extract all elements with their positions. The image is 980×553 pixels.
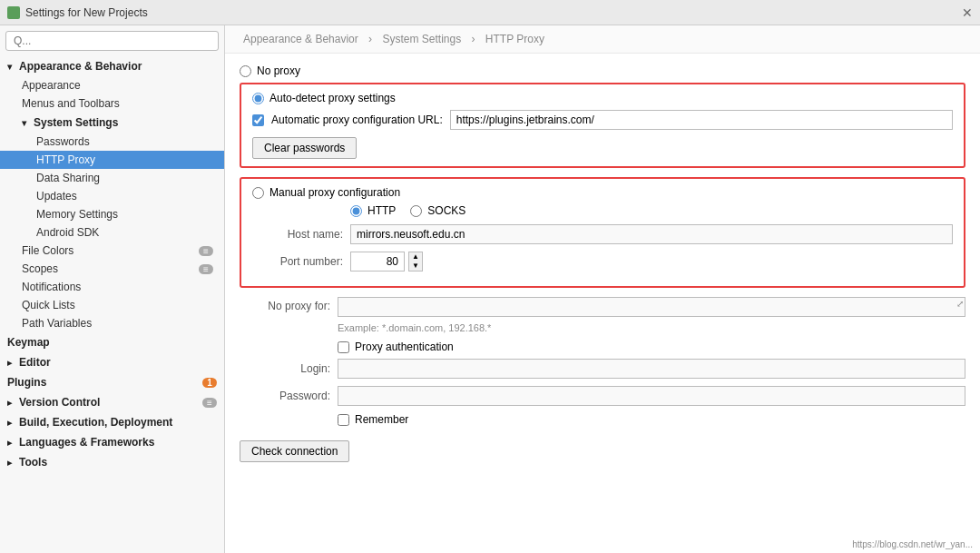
- scopes-badge: ≡: [199, 264, 213, 274]
- no-proxy-label: No proxy: [257, 64, 300, 77]
- sidebar-label: Languages & Frameworks: [19, 436, 154, 449]
- auto-detect-radio[interactable]: [252, 93, 264, 104]
- http-socks-row: HTTP SOCKS: [350, 204, 953, 217]
- socks-radio-row: SOCKS: [410, 204, 466, 217]
- sidebar-label: Version Control: [19, 396, 100, 409]
- sidebar-item-scopes[interactable]: Scopes ≡: [0, 260, 224, 278]
- proxy-auth-checkbox[interactable]: [338, 341, 349, 353]
- socks-label: SOCKS: [427, 204, 466, 217]
- sidebar-item-version-control[interactable]: Version Control ≡: [0, 392, 224, 412]
- host-name-input[interactable]: [350, 224, 953, 244]
- expand-icon[interactable]: ⤢: [956, 299, 964, 309]
- remember-row: Remember: [338, 413, 965, 426]
- search-input[interactable]: [5, 31, 219, 51]
- sidebar-item-notifications[interactable]: Notifications: [0, 278, 224, 296]
- breadcrumb: Appearance & Behavior › System Settings …: [225, 25, 980, 54]
- no-proxy-row: No proxy: [240, 64, 965, 77]
- manual-proxy-radio-row: Manual proxy configuration: [252, 186, 953, 199]
- auto-detect-section: Auto-detect proxy settings Automatic pro…: [240, 83, 965, 168]
- svg-rect-0: [9, 8, 18, 17]
- config-url-row: Automatic proxy configuration URL:: [252, 110, 953, 130]
- file-colors-badge: ≡: [199, 246, 213, 256]
- check-connection-button[interactable]: Check connection: [240, 440, 349, 462]
- no-proxy-for-input[interactable]: [338, 297, 965, 317]
- no-proxy-for-row: No proxy for: ⤢: [240, 297, 965, 317]
- port-number-input[interactable]: [350, 252, 405, 272]
- no-proxy-radio[interactable]: [240, 65, 251, 77]
- login-label: Login:: [240, 362, 330, 375]
- sidebar-item-system-settings[interactable]: System Settings: [0, 113, 224, 133]
- title-bar: Settings for New Projects ✕: [0, 0, 980, 25]
- content-area: Appearance & Behavior › System Settings …: [225, 25, 980, 553]
- sidebar-item-android-sdk[interactable]: Android SDK: [0, 223, 224, 242]
- http-radio-row: HTTP: [350, 204, 396, 217]
- manual-proxy-radio[interactable]: [252, 187, 264, 199]
- sidebar-label: Appearance & Behavior: [19, 60, 142, 73]
- sidebar-item-keymap[interactable]: Keymap: [0, 332, 224, 352]
- sidebar-label: Tools: [19, 456, 47, 469]
- port-number-label: Port number:: [252, 255, 343, 268]
- breadcrumb-sep1: ›: [368, 33, 372, 45]
- sidebar-label: Keymap: [7, 336, 50, 349]
- example-text: Example: *.domain.com, 192.168.*: [338, 322, 965, 333]
- sidebar-item-editor[interactable]: Editor: [0, 352, 224, 372]
- sidebar-item-passwords[interactable]: Passwords: [0, 133, 224, 151]
- vc-badge: ≡: [202, 398, 217, 408]
- close-button[interactable]: ✕: [962, 5, 973, 20]
- auto-config-url-label: Automatic proxy configuration URL:: [271, 114, 443, 126]
- sidebar-item-plugins[interactable]: Plugins 1: [0, 372, 224, 392]
- clear-passwords-button[interactable]: Clear passwords: [252, 137, 357, 159]
- sidebar-item-build-execution[interactable]: Build, Execution, Deployment: [0, 412, 224, 432]
- manual-proxy-section: Manual proxy configuration HTTP SOCKS Ho…: [240, 177, 965, 288]
- sidebar: Appearance & Behavior Appearance Menus a…: [0, 25, 225, 553]
- sidebar-item-tools[interactable]: Tools: [0, 452, 224, 472]
- auto-config-url-input[interactable]: [450, 110, 953, 130]
- sidebar-item-languages-frameworks[interactable]: Languages & Frameworks: [0, 432, 224, 452]
- breadcrumb-part1: Appearance & Behavior: [243, 33, 358, 45]
- sidebar-item-appearance[interactable]: Appearance: [0, 76, 224, 94]
- sidebar-item-http-proxy[interactable]: HTTP Proxy: [0, 151, 224, 169]
- sidebar-item-updates[interactable]: Updates: [0, 187, 224, 205]
- auto-detect-radio-row: Auto-detect proxy settings: [252, 92, 953, 104]
- remember-checkbox[interactable]: [338, 414, 349, 426]
- sidebar-label: Plugins: [7, 376, 46, 389]
- sidebar-item-data-sharing[interactable]: Data Sharing: [0, 169, 224, 187]
- host-name-row: Host name:: [252, 224, 953, 244]
- port-number-row: Port number: ▲ ▼: [252, 252, 953, 272]
- manual-proxy-label: Manual proxy configuration: [270, 186, 400, 199]
- breadcrumb-part3: HTTP Proxy: [485, 33, 544, 45]
- password-label: Password:: [240, 390, 330, 402]
- window-title: Settings for New Projects: [25, 6, 148, 19]
- port-spinner[interactable]: ▲ ▼: [408, 252, 423, 272]
- password-input[interactable]: [338, 386, 965, 406]
- sidebar-item-file-colors[interactable]: File Colors ≡: [0, 242, 224, 260]
- http-label: HTTP: [368, 204, 396, 217]
- login-input[interactable]: [338, 359, 965, 379]
- sidebar-item-memory-settings[interactable]: Memory Settings: [0, 205, 224, 223]
- sidebar-label: Build, Execution, Deployment: [19, 416, 172, 429]
- app-icon: [7, 6, 20, 19]
- sidebar-label: Editor: [19, 356, 51, 369]
- port-increment[interactable]: ▲: [409, 252, 422, 262]
- auto-config-checkbox[interactable]: [252, 114, 264, 126]
- port-decrement[interactable]: ▼: [409, 262, 422, 271]
- socks-protocol-radio[interactable]: [410, 205, 422, 217]
- breadcrumb-sep2: ›: [471, 33, 475, 45]
- sidebar-item-appearance-behavior[interactable]: Appearance & Behavior: [0, 56, 224, 76]
- host-name-label: Host name:: [252, 228, 343, 241]
- sidebar-item-quick-lists[interactable]: Quick Lists: [0, 296, 224, 314]
- bottom-url: https://blog.csdn.net/wr_yan...: [852, 539, 973, 549]
- port-row: ▲ ▼: [350, 252, 423, 272]
- http-protocol-radio[interactable]: [350, 205, 362, 217]
- breadcrumb-part2: System Settings: [382, 33, 461, 45]
- plugins-badge: 1: [202, 378, 217, 388]
- no-proxy-for-label: No proxy for:: [240, 297, 330, 312]
- login-row: Login:: [240, 359, 965, 379]
- sidebar-item-menus-toolbars[interactable]: Menus and Toolbars: [0, 94, 224, 113]
- password-row: Password:: [240, 386, 965, 406]
- remember-label: Remember: [355, 413, 408, 426]
- sidebar-item-path-variables[interactable]: Path Variables: [0, 314, 224, 332]
- proxy-auth-label: Proxy authentication: [355, 341, 454, 353]
- auto-detect-label: Auto-detect proxy settings: [270, 92, 396, 104]
- proxy-auth-row: Proxy authentication: [338, 341, 965, 353]
